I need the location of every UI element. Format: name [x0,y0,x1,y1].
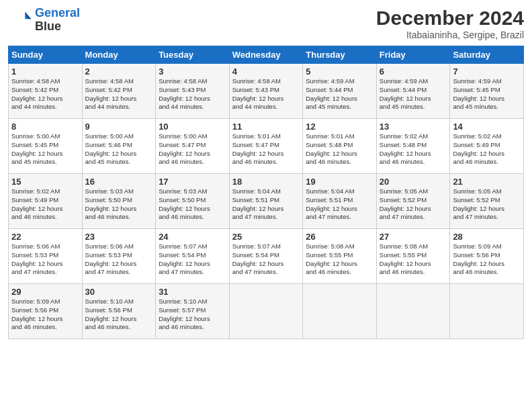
header: General Blue December 2024 Itabaianinha,… [8,7,524,40]
day-number: 21 [453,177,521,187]
day-info: Sunrise: 5:07 AM Sunset: 5:54 PM Dayligh… [159,242,226,277]
title-block: December 2024 Itabaianinha, Sergipe, Bra… [376,7,524,40]
table-cell [450,284,524,339]
day-info: Sunrise: 5:02 AM Sunset: 5:49 PM Dayligh… [11,187,79,222]
table-cell [303,284,377,339]
day-info: Sunrise: 5:08 AM Sunset: 5:55 PM Dayligh… [306,242,373,277]
table-cell: 22Sunrise: 5:06 AM Sunset: 5:53 PM Dayli… [9,229,83,284]
table-row: 1Sunrise: 4:58 AM Sunset: 5:42 PM Daylig… [9,64,524,119]
day-number: 28 [453,232,521,242]
day-info: Sunrise: 4:59 AM Sunset: 5:44 PM Dayligh… [306,77,373,111]
day-info: Sunrise: 5:00 AM Sunset: 5:46 PM Dayligh… [85,132,153,167]
day-info: Sunrise: 5:03 AM Sunset: 5:50 PM Dayligh… [85,187,153,222]
table-cell: 3Sunrise: 4:58 AM Sunset: 5:43 PM Daylig… [156,64,230,119]
table-row: 15Sunrise: 5:02 AM Sunset: 5:49 PM Dayli… [9,174,524,229]
table-cell: 10Sunrise: 5:00 AM Sunset: 5:47 PM Dayli… [156,119,230,174]
col-wednesday: Wednesday [229,46,303,64]
day-number: 26 [306,232,373,242]
day-info: Sunrise: 4:58 AM Sunset: 5:43 PM Dayligh… [232,77,300,111]
day-number: 13 [380,122,447,132]
day-number: 15 [11,177,79,187]
day-info: Sunrise: 5:02 AM Sunset: 5:49 PM Dayligh… [453,132,521,167]
day-number: 24 [159,232,226,242]
table-cell: 27Sunrise: 5:08 AM Sunset: 5:55 PM Dayli… [376,229,450,284]
table-cell [229,284,303,339]
day-number: 20 [380,177,447,187]
day-number: 22 [11,232,79,242]
table-cell: 7Sunrise: 4:59 AM Sunset: 5:45 PM Daylig… [450,64,524,119]
day-info: Sunrise: 5:06 AM Sunset: 5:53 PM Dayligh… [85,242,153,277]
day-info: Sunrise: 5:09 AM Sunset: 5:56 PM Dayligh… [453,242,521,277]
day-info: Sunrise: 5:09 AM Sunset: 5:56 PM Dayligh… [11,298,79,332]
day-number: 29 [11,287,79,297]
day-info: Sunrise: 4:58 AM Sunset: 5:42 PM Dayligh… [11,77,79,111]
logo-text: General Blue [35,7,80,34]
day-info: Sunrise: 5:04 AM Sunset: 5:51 PM Dayligh… [232,187,300,222]
day-number: 7 [453,66,521,77]
day-number: 8 [11,122,79,132]
table-cell: 14Sunrise: 5:02 AM Sunset: 5:49 PM Dayli… [450,119,524,174]
table-cell: 21Sunrise: 5:05 AM Sunset: 5:52 PM Dayli… [450,174,524,229]
table-cell: 25Sunrise: 5:07 AM Sunset: 5:54 PM Dayli… [229,229,303,284]
table-cell: 9Sunrise: 5:00 AM Sunset: 5:46 PM Daylig… [82,119,156,174]
header-row: Sunday Monday Tuesday Wednesday Thursday… [9,46,524,64]
day-info: Sunrise: 5:00 AM Sunset: 5:45 PM Dayligh… [11,132,79,167]
day-number: 1 [11,66,79,77]
day-number: 2 [85,66,153,77]
table-cell: 19Sunrise: 5:04 AM Sunset: 5:51 PM Dayli… [303,174,377,229]
day-info: Sunrise: 5:03 AM Sunset: 5:50 PM Dayligh… [159,187,226,222]
day-number: 30 [85,287,153,297]
table-row: 29Sunrise: 5:09 AM Sunset: 5:56 PM Dayli… [9,284,524,339]
table-row: 8Sunrise: 5:00 AM Sunset: 5:45 PM Daylig… [9,119,524,174]
day-info: Sunrise: 4:59 AM Sunset: 5:44 PM Dayligh… [380,77,447,111]
day-number: 27 [380,232,447,242]
col-sunday: Sunday [9,46,83,64]
day-number: 4 [232,66,300,77]
calendar-container: General Blue December 2024 Itabaianinha,… [0,0,532,345]
calendar-table: Sunday Monday Tuesday Wednesday Thursday… [8,46,524,339]
col-saturday: Saturday [450,46,524,64]
table-cell: 4Sunrise: 4:58 AM Sunset: 5:43 PM Daylig… [229,64,303,119]
table-cell: 2Sunrise: 4:58 AM Sunset: 5:42 PM Daylig… [82,64,156,119]
day-info: Sunrise: 5:01 AM Sunset: 5:48 PM Dayligh… [306,132,373,167]
day-number: 14 [453,122,521,132]
day-info: Sunrise: 4:58 AM Sunset: 5:42 PM Dayligh… [85,77,153,111]
table-cell: 20Sunrise: 5:05 AM Sunset: 5:52 PM Dayli… [376,174,450,229]
col-friday: Friday [376,46,450,64]
month-title: December 2024 [376,7,524,30]
table-cell: 8Sunrise: 5:00 AM Sunset: 5:45 PM Daylig… [9,119,83,174]
day-number: 10 [159,122,226,132]
table-cell: 5Sunrise: 4:59 AM Sunset: 5:44 PM Daylig… [303,64,377,119]
table-cell: 16Sunrise: 5:03 AM Sunset: 5:50 PM Dayli… [82,174,156,229]
day-number: 5 [306,66,373,77]
day-number: 31 [159,287,226,297]
day-info: Sunrise: 5:02 AM Sunset: 5:48 PM Dayligh… [380,132,447,167]
location: Itabaianinha, Sergipe, Brazil [376,30,524,40]
table-cell: 15Sunrise: 5:02 AM Sunset: 5:49 PM Dayli… [9,174,83,229]
day-info: Sunrise: 5:10 AM Sunset: 5:56 PM Dayligh… [85,298,153,332]
day-number: 16 [85,177,153,187]
day-info: Sunrise: 5:07 AM Sunset: 5:54 PM Dayligh… [232,242,300,277]
table-cell: 17Sunrise: 5:03 AM Sunset: 5:50 PM Dayli… [156,174,230,229]
day-number: 25 [232,232,300,242]
calendar-body: 1Sunrise: 4:58 AM Sunset: 5:42 PM Daylig… [9,64,524,339]
logo-icon [8,8,32,32]
day-info: Sunrise: 5:01 AM Sunset: 5:47 PM Dayligh… [232,132,300,167]
day-info: Sunrise: 5:08 AM Sunset: 5:55 PM Dayligh… [380,242,447,277]
table-cell: 6Sunrise: 4:59 AM Sunset: 5:44 PM Daylig… [376,64,450,119]
table-cell: 31Sunrise: 5:10 AM Sunset: 5:57 PM Dayli… [156,284,230,339]
day-number: 12 [306,122,373,132]
logo: General Blue [8,7,80,34]
day-number: 19 [306,177,373,187]
table-cell: 1Sunrise: 4:58 AM Sunset: 5:42 PM Daylig… [9,64,83,119]
day-info: Sunrise: 4:58 AM Sunset: 5:43 PM Dayligh… [159,77,226,111]
col-tuesday: Tuesday [156,46,230,64]
col-thursday: Thursday [303,46,377,64]
day-info: Sunrise: 5:04 AM Sunset: 5:51 PM Dayligh… [306,187,373,222]
table-cell: 11Sunrise: 5:01 AM Sunset: 5:47 PM Dayli… [229,119,303,174]
day-info: Sunrise: 5:05 AM Sunset: 5:52 PM Dayligh… [380,187,447,222]
table-cell: 29Sunrise: 5:09 AM Sunset: 5:56 PM Dayli… [9,284,83,339]
day-info: Sunrise: 5:05 AM Sunset: 5:52 PM Dayligh… [453,187,521,222]
col-monday: Monday [82,46,156,64]
day-info: Sunrise: 5:00 AM Sunset: 5:47 PM Dayligh… [159,132,226,167]
